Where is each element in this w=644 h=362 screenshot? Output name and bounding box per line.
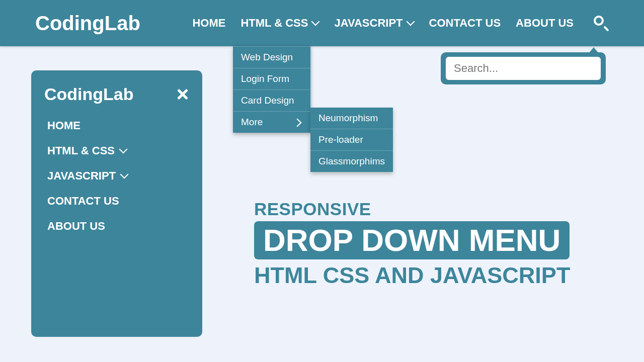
nav-contact[interactable]: CONTACT US [429,17,501,30]
hero: RESPONSIVE DROP DOWN MENU HTML CSS AND J… [254,199,570,289]
nav-links: HOME HTML & CSS JAVASCRIPT CONTACT US AB… [192,17,574,30]
hero-line3: HTML CSS AND JAVASCRIPT [254,262,570,289]
sub-item-label: Pre-loader [318,134,363,145]
sidebar-item-home[interactable]: HOME [47,119,192,132]
chevron-down-icon [407,20,414,27]
nav-home-label: HOME [192,17,225,30]
chevron-down-icon [120,147,127,154]
sidebar-item-label: JAVASCRIPT [47,169,116,183]
nav-about[interactable]: ABOUT US [516,17,574,30]
dropdown-item-label: Card Design [241,95,294,106]
sidebar-logo: CodingLab [44,84,134,104]
sidebar-item-label: ABOUT US [47,220,105,233]
nav-javascript[interactable]: JAVASCRIPT [334,17,414,30]
htmlcss-dropdown: Web Design Login Form Card Design More [233,46,310,133]
search-icon[interactable] [594,16,609,31]
chevron-down-icon [121,172,128,179]
sidebar-item-label: CONTACT US [47,195,119,208]
sub-item-glassmorphims[interactable]: Glassmorphims [310,151,393,172]
sidebar: CodingLab HOME HTML & CSS JAVASCRIPT CON… [31,70,202,337]
top-navbar: CodingLab HOME HTML & CSS JAVASCRIPT CON… [0,0,644,46]
sub-item-neumorphism[interactable]: Neumorphism [310,108,393,129]
more-sub-dropdown: Neumorphism Pre-loader Glassmorphims [310,108,393,172]
dropdown-item-login-form[interactable]: Login Form [233,68,310,90]
sub-item-label: Glassmorphims [318,156,385,166]
sidebar-item-contact[interactable]: CONTACT US [47,195,192,208]
hero-line2: DROP DOWN MENU [254,221,570,259]
dropdown-item-label: Web Design [241,52,293,63]
chevron-right-icon [295,119,302,126]
sidebar-item-label: HOME [47,119,80,132]
sidebar-item-label: HTML & CSS [47,144,115,157]
dropdown-item-label: More [241,117,263,128]
close-icon[interactable] [176,88,189,101]
brand-logo: CodingLab [35,12,140,35]
sub-item-label: Neumorphism [318,113,378,123]
nav-contact-label: CONTACT US [429,17,501,30]
nav-home[interactable]: HOME [192,17,225,30]
dropdown-item-label: Login Form [241,73,289,84]
nav-htmlcss[interactable]: HTML & CSS [240,17,319,30]
hero-line1: RESPONSIVE [254,199,570,219]
search-input[interactable] [446,57,601,80]
sidebar-item-about[interactable]: ABOUT US [47,220,192,233]
nav-javascript-label: JAVASCRIPT [334,17,403,30]
sidebar-item-javascript[interactable]: JAVASCRIPT [47,169,192,183]
chevron-down-icon [312,20,319,27]
sidebar-header: CodingLab [41,84,192,104]
search-box [441,52,606,84]
dropdown-item-more[interactable]: More [233,112,310,133]
dropdown-item-web-design[interactable]: Web Design [233,46,310,68]
sub-item-preloader[interactable]: Pre-loader [310,129,393,151]
nav-htmlcss-label: HTML & CSS [240,17,308,30]
nav-about-label: ABOUT US [516,17,574,30]
sidebar-links: HOME HTML & CSS JAVASCRIPT CONTACT US AB… [41,119,192,233]
dropdown-item-card-design[interactable]: Card Design [233,90,310,112]
sidebar-item-htmlcss[interactable]: HTML & CSS [47,144,192,157]
